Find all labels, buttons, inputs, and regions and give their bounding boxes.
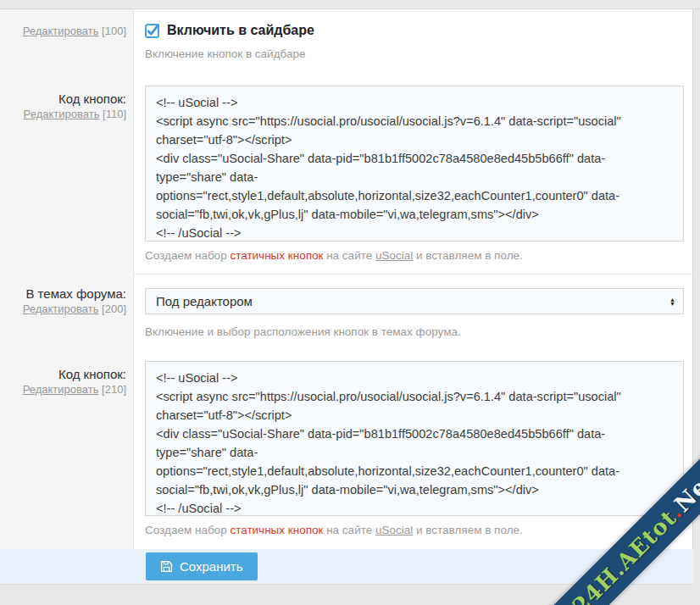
buttons-code-textarea-top[interactable]: <!-- uSocial --> <script async src="http…: [145, 86, 684, 241]
forum-position-description: Включение и выбор расположения кнопок в …: [145, 325, 684, 340]
hint-text: и вставляем в поле.: [413, 524, 523, 536]
label-cell-100: Редактировать [100]: [0, 9, 134, 86]
save-button-label: Сохранить: [180, 559, 243, 574]
label-cell-200: В темах форума: Редактировать [200]: [0, 274, 134, 361]
settings-panel: Редактировать [100] Включить в сайдбаре …: [0, 9, 693, 585]
hint-text: Создаем набор: [145, 249, 230, 262]
hint-text: на сайте: [323, 249, 375, 262]
save-button[interactable]: Сохранить: [146, 552, 258, 580]
hint-text: и вставляем в поле.: [413, 249, 523, 262]
buttons-code-textarea-bottom[interactable]: <!-- uSocial --> <script async src="http…: [145, 361, 684, 516]
sidebar-enable-checkbox[interactable]: [145, 24, 159, 38]
forum-position-select[interactable]: Под редактором ▲▼: [145, 288, 684, 314]
buttons-code-hint-bottom: Создаем набор статичных кнопок на сайте …: [145, 523, 684, 538]
usocial-link[interactable]: uSocial: [375, 524, 413, 536]
row-forum-position: В темах форума: Редактировать [200] Под …: [0, 274, 692, 361]
forum-position-selected-value: Под редактором: [156, 294, 253, 308]
edit-code-110: [110]: [103, 108, 126, 120]
row-buttons-code-top: Код кнопок: Редактировать [110] <!-- uSo…: [0, 86, 692, 274]
row-sidebar-enable: Редактировать [100] Включить в сайдбаре …: [0, 9, 692, 86]
hint-text: Создаем набор: [145, 524, 230, 536]
field-label-210: Код кнопок:: [0, 366, 126, 382]
content-sidebar-enable: Включить в сайдбаре Включение кнопок в с…: [134, 9, 692, 86]
footer-bar: Сохранить: [0, 549, 693, 585]
content-forum-position: Под редактором ▲▼ Включение и выбор расп…: [134, 274, 692, 361]
usocial-link[interactable]: uSocial: [375, 249, 413, 262]
edit-link-200[interactable]: Редактировать: [23, 302, 99, 315]
save-icon: [160, 560, 173, 573]
checkbox-check-icon: [145, 24, 159, 38]
row-buttons-code-bottom: Код кнопок: Редактировать [210] <!-- uSo…: [0, 361, 692, 550]
edit-code-200: [200]: [102, 302, 126, 315]
edit-line-100: Редактировать [100]: [0, 24, 126, 39]
hint-red-text: статичных кнопок: [230, 524, 323, 536]
edit-code-100: [100]: [102, 25, 126, 37]
edit-link-210[interactable]: Редактировать: [23, 383, 99, 396]
sidebar-enable-label: Включить в сайдбаре: [167, 23, 314, 38]
content-buttons-code-bottom: <!-- uSocial --> <script async src="http…: [134, 361, 692, 550]
edit-code-210: [210]: [102, 383, 126, 396]
label-cell-110: Код кнопок: Редактировать [110]: [0, 86, 134, 274]
hint-text: на сайте: [323, 524, 375, 536]
sidebar-enable-description: Включение кнопок в сайдбаре: [145, 47, 684, 62]
label-cell-210: Код кнопок: Редактировать [210]: [0, 361, 134, 550]
edit-line-210: Редактировать [210]: [0, 382, 126, 397]
content-buttons-code-top: <!-- uSocial --> <script async src="http…: [134, 86, 692, 274]
settings-page: Редактировать [100] Включить в сайдбаре …: [0, 0, 700, 605]
buttons-code-hint-top: Создаем набор статичных кнопок на сайте …: [145, 248, 684, 264]
edit-link-110[interactable]: Редактировать: [24, 108, 100, 120]
select-arrows-icon: ▲▼: [669, 297, 675, 306]
hint-red-text: статичных кнопок: [230, 249, 323, 262]
edit-link-100[interactable]: Редактировать: [23, 25, 99, 37]
edit-line-110: Редактировать [110]: [0, 107, 126, 122]
field-label-110: Код кнопок:: [0, 91, 126, 107]
edit-line-200: Редактировать [200]: [0, 302, 126, 317]
field-label-200: В темах форума:: [0, 286, 126, 302]
